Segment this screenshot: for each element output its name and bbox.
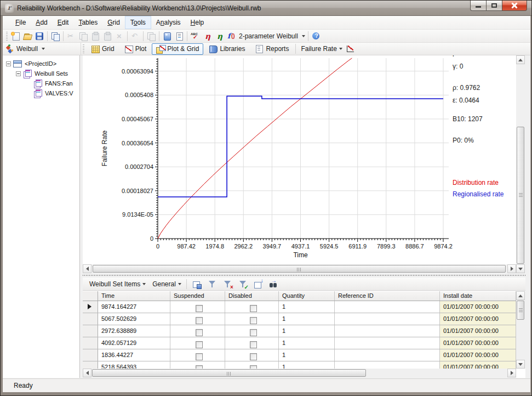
tab-grid[interactable]: Grid	[87, 43, 119, 55]
table-row[interactable]: 5067.502629101/01/2007 00:00:00	[83, 313, 516, 325]
cell-time[interactable]: 1836.44227	[98, 349, 170, 361]
tab-reports[interactable]: Reports	[250, 43, 293, 55]
suspended-checkbox[interactable]	[196, 317, 203, 324]
suspended-checkbox[interactable]	[196, 341, 203, 348]
cell-install-date[interactable]: 01/01/2007 00:00:00	[440, 325, 516, 337]
row-selector-cell[interactable]	[83, 349, 98, 361]
cell-install-date[interactable]: 01/01/2007 00:00:00	[440, 301, 516, 313]
tree-item-valves-v[interactable]: VALVES:V	[3, 88, 80, 98]
open-button[interactable]	[21, 30, 33, 42]
disabled-checkbox[interactable]	[250, 341, 257, 348]
eta-red-button[interactable]	[201, 30, 213, 42]
menu-item-help[interactable]: Help	[186, 16, 209, 29]
cell-reference-id[interactable]	[335, 313, 440, 325]
cell-time[interactable]: 5067.502629	[98, 313, 170, 325]
help-button[interactable]	[310, 30, 322, 42]
cell-reference-id[interactable]	[335, 349, 440, 361]
distribution-type-button[interactable]: 2-parameter Weibull	[225, 30, 306, 42]
column-header-disabled[interactable]: Disabled	[225, 291, 279, 301]
menu-item-tools[interactable]: Tools	[125, 16, 151, 29]
menu-item-edit[interactable]: Edit	[53, 16, 74, 29]
cell-time[interactable]: 9874.164227	[98, 301, 170, 313]
disabled-checkbox[interactable]	[250, 317, 257, 324]
column-header-install-date[interactable]: Install date	[440, 291, 516, 301]
module-selector-button[interactable]: Weibull	[3, 43, 81, 55]
column-header-time[interactable]: Time	[98, 291, 170, 301]
cell-quantity[interactable]: 1	[279, 301, 335, 313]
menu-item-analysis[interactable]: Analysis	[151, 16, 186, 29]
scroll-down-button[interactable]	[516, 360, 525, 369]
table-row[interactable]: 2972.638889101/01/2007 00:00:00	[83, 325, 516, 337]
cell-install-date[interactable]: 01/01/2007 00:00:00	[440, 349, 516, 361]
menu-item-grid[interactable]: Grid	[102, 16, 125, 29]
column-header-suspended[interactable]: Suspended	[170, 291, 225, 301]
scroll-right-button[interactable]	[507, 264, 516, 273]
row-selector-cell[interactable]	[83, 337, 98, 349]
menu-item-add[interactable]: Add	[31, 16, 52, 29]
scroll-up-button[interactable]	[516, 55, 525, 64]
cell-time[interactable]: 5218.564393	[98, 361, 170, 369]
plot-options-icon[interactable]	[346, 44, 354, 53]
table-row[interactable]: 4092.057129101/01/2007 00:00:00	[83, 337, 516, 349]
scrollbar-thumb[interactable]	[517, 301, 524, 320]
tab-plot[interactable]: Plot	[120, 43, 151, 55]
menu-item-tables[interactable]: Tables	[73, 16, 102, 29]
tree-item-weibull-sets[interactable]: Weibull Sets	[3, 69, 80, 78]
cell-install-date[interactable]: 01/01/2007 00:00:00	[440, 361, 516, 369]
new-project-button[interactable]	[9, 30, 21, 42]
scroll-left-button[interactable]	[83, 369, 91, 377]
scrollbar-thumb[interactable]	[517, 127, 524, 264]
tree-expander-icon[interactable]	[16, 71, 21, 76]
spell-check-button[interactable]	[189, 30, 201, 42]
cell-quantity[interactable]: 1	[279, 325, 335, 337]
cell-quantity[interactable]: 1	[279, 337, 335, 349]
scroll-right-button[interactable]	[507, 369, 516, 377]
cell-reference-id[interactable]	[335, 361, 440, 369]
suspended-checkbox[interactable]	[196, 329, 203, 336]
disabled-checkbox[interactable]	[250, 329, 257, 336]
filter-button[interactable]	[206, 278, 218, 290]
cell-reference-id[interactable]	[335, 337, 440, 349]
scrollbar-thumb[interactable]	[93, 265, 506, 273]
scroll-down-button[interactable]	[516, 264, 525, 273]
cell-quantity[interactable]: 1	[279, 361, 335, 369]
tree-item-fans-fan[interactable]: FANS:Fan	[3, 78, 80, 88]
row-selector-cell[interactable]	[83, 361, 98, 369]
chart-vertical-scrollbar[interactable]	[516, 55, 525, 273]
suspended-checkbox[interactable]	[196, 305, 203, 312]
cell-reference-id[interactable]	[335, 325, 440, 337]
filter-clear-button[interactable]: ×	[221, 278, 233, 290]
cell-install-date[interactable]: 01/01/2007 00:00:00	[440, 337, 516, 349]
cell-install-date[interactable]: 01/01/2007 00:00:00	[440, 313, 516, 325]
scroll-left-button[interactable]	[83, 264, 91, 273]
minimize-button[interactable]	[470, 1, 487, 11]
suspended-checkbox[interactable]	[196, 353, 203, 360]
maximize-button[interactable]	[487, 1, 502, 11]
grid-settings-button[interactable]	[191, 278, 203, 290]
column-header-reference-id[interactable]: Reference ID	[335, 291, 440, 301]
copy-special-button[interactable]	[49, 30, 61, 42]
menu-item-file[interactable]: File	[10, 16, 31, 29]
report-button[interactable]	[173, 30, 185, 42]
tab-plot-grid[interactable]: Plot & Grid	[152, 43, 203, 55]
tree-item-projectid[interactable]: <ProjectID>	[3, 59, 80, 69]
cell-time[interactable]: 2972.638889	[98, 325, 170, 337]
scrollbar-thumb[interactable]	[92, 369, 366, 377]
view-mode-dropdown[interactable]: General	[149, 278, 185, 290]
verify-button[interactable]	[161, 30, 173, 42]
table-row[interactable]: 9874.164227101/01/2007 00:00:00	[83, 301, 516, 313]
items-scope-dropdown[interactable]: Weibull Set Items	[86, 278, 149, 290]
save-button[interactable]	[33, 30, 45, 42]
grid-vertical-scrollbar[interactable]	[516, 291, 525, 369]
append-button[interactable]	[252, 278, 264, 290]
row-selector-cell[interactable]	[83, 301, 98, 313]
filter-apply-button[interactable]: ✓	[237, 278, 249, 290]
grid-horizontal-scrollbar[interactable]	[83, 369, 516, 378]
row-selector-cell[interactable]	[83, 313, 98, 325]
cell-reference-id[interactable]	[335, 301, 440, 313]
table-row[interactable]: 5218.564393101/01/2007 00:00:00	[83, 361, 516, 369]
tree-expander-icon[interactable]	[6, 61, 11, 66]
eta-green-button[interactable]	[213, 30, 225, 42]
close-button[interactable]	[502, 1, 527, 11]
cell-quantity[interactable]: 1	[279, 313, 335, 325]
